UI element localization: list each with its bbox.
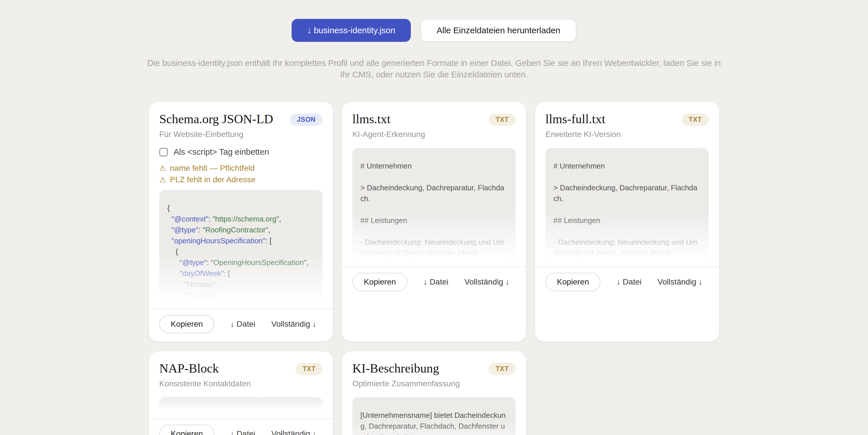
- code-content: [Unternehmensname] bietet Dacheindeckung…: [352, 397, 516, 435]
- format-badge-txt: TXT: [682, 114, 709, 126]
- embed-as-script-checkbox-row[interactable]: Als <script> Tag einbetten: [159, 147, 322, 157]
- download-button-row: ↓ business-identity.json Alle Einzeldate…: [0, 0, 868, 42]
- checkbox[interactable]: [159, 148, 168, 156]
- code-preview: [159, 397, 322, 412]
- card-subtitle: Optimierte Zusammenfassung: [352, 379, 516, 389]
- warning-text: PLZ fehlt in der Adresse: [170, 174, 255, 185]
- code-content: { "@context": "https://schema.org", "@ty…: [159, 190, 322, 302]
- card-subtitle: KI-Agent-Erkennung: [352, 129, 516, 139]
- card-title: KI-Beschreibung: [352, 362, 439, 375]
- card-ki-beschreibung: KI-Beschreibung TXT Optimierte Zusammenf…: [342, 351, 526, 435]
- show-full-button[interactable]: Vollständig ↓: [271, 319, 316, 329]
- download-business-identity-button[interactable]: ↓ business-identity.json: [291, 19, 411, 42]
- card-schema-org-json-ld: Schema.org JSON-LD JSON Für Website-Einb…: [149, 102, 333, 342]
- card-title: NAP-Block: [159, 362, 219, 375]
- format-badge-txt: TXT: [489, 114, 516, 126]
- show-full-button[interactable]: Vollständig ↓: [657, 277, 703, 286]
- download-file-button[interactable]: ↓ Datei: [424, 277, 448, 286]
- format-badge-txt: TXT: [489, 363, 516, 375]
- card-footer: Kopieren ↓ Datei Vollständig ↓: [149, 309, 333, 342]
- card-footer: Kopieren ↓ Datei Vollständig ↓: [342, 267, 526, 300]
- download-file-button[interactable]: ↓ Datei: [230, 429, 255, 435]
- download-all-files-button[interactable]: Alle Einzeldateien herunterladen: [421, 19, 577, 42]
- download-file-button[interactable]: ↓ Datei: [230, 319, 255, 329]
- code-content: # Unternehmen > Dacheindeckung, Dachrepa…: [546, 148, 709, 260]
- card-footer: Kopieren ↓ Datei Vollständig ↓: [535, 267, 719, 300]
- code-preview: # Unternehmen > Dacheindeckung, Dachrepa…: [546, 148, 709, 260]
- show-full-button[interactable]: Vollständig ↓: [464, 277, 509, 286]
- warning-icon: ⚠: [159, 174, 166, 185]
- intro-description: Die business-identity.json enthält Ihr k…: [142, 57, 726, 80]
- card-title: llms.txt: [352, 112, 391, 126]
- checkbox-label: Als <script> Tag einbetten: [174, 147, 269, 157]
- code-preview: [Unternehmensname] bietet Dacheindeckung…: [352, 397, 516, 435]
- format-cards-grid: Schema.org JSON-LD JSON Für Website-Einb…: [149, 102, 719, 435]
- copy-button[interactable]: Kopieren: [159, 425, 214, 435]
- card-title: Schema.org JSON-LD: [159, 112, 273, 126]
- card-llms-full-txt: llms-full.txt TXT Erweiterte KI-Version …: [535, 102, 719, 342]
- card-footer: Kopieren ↓ Datei Vollständig ↓: [149, 419, 333, 435]
- warning-text: name fehlt — Pflichtfeld: [170, 162, 255, 174]
- copy-button[interactable]: Kopieren: [352, 273, 407, 291]
- copy-button[interactable]: Kopieren: [159, 315, 214, 333]
- code-content: # Unternehmen > Dacheindeckung, Dachrepa…: [352, 148, 516, 260]
- download-page: ↓ business-identity.json Alle Einzeldate…: [0, 0, 868, 435]
- warning-icon: ⚠: [159, 162, 166, 174]
- card-subtitle: Konsistente Kontaktdaten: [159, 379, 322, 389]
- card-subtitle: Erweiterte KI-Version: [546, 129, 709, 139]
- validation-warnings: ⚠ name fehlt — Pflichtfeld ⚠ PLZ fehlt i…: [159, 162, 322, 185]
- format-badge-txt: TXT: [296, 363, 322, 375]
- card-nap-block: NAP-Block TXT Konsistente Kontaktdaten K…: [149, 351, 333, 435]
- card-title: llms-full.txt: [546, 112, 605, 126]
- code-content: [159, 397, 322, 412]
- warning-row: ⚠ PLZ fehlt in der Adresse: [159, 174, 322, 185]
- download-file-button[interactable]: ↓ Datei: [617, 277, 642, 286]
- code-preview: { "@context": "https://schema.org", "@ty…: [159, 190, 322, 302]
- warning-row: ⚠ name fehlt — Pflichtfeld: [159, 162, 322, 174]
- card-llms-txt: llms.txt TXT KI-Agent-Erkennung # Untern…: [342, 102, 526, 342]
- code-preview: # Unternehmen > Dacheindeckung, Dachrepa…: [352, 148, 516, 260]
- format-badge-json: JSON: [290, 114, 322, 126]
- card-subtitle: Für Website-Einbettung: [159, 129, 322, 139]
- copy-button[interactable]: Kopieren: [546, 273, 600, 291]
- show-full-button[interactable]: Vollständig ↓: [271, 429, 316, 435]
